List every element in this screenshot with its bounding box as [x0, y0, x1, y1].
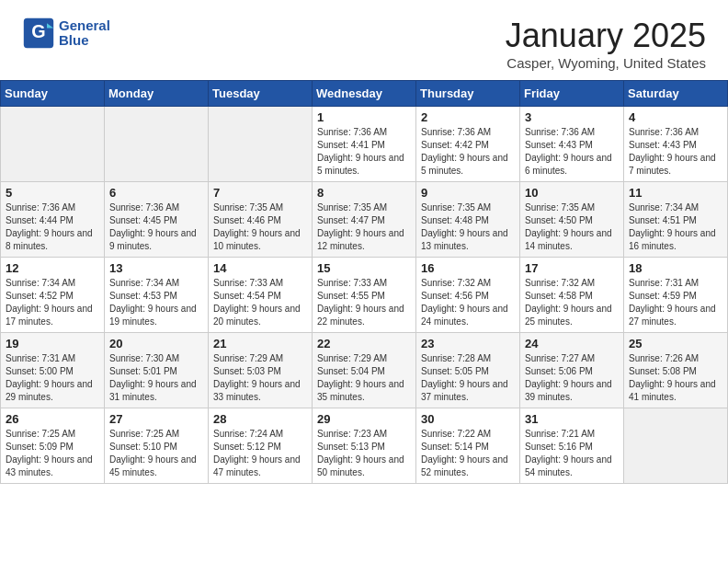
sunset-text: Sunset: 5:16 PM — [525, 441, 619, 454]
day-number: 18 — [629, 261, 722, 275]
daylight-text: Daylight: 9 hours and 6 minutes. — [525, 152, 619, 178]
day-number: 21 — [213, 337, 307, 350]
page-header: G General Blue January 2025 Casper, Wyom… — [0, 0, 728, 80]
calendar-cell: 3Sunrise: 7:36 AMSunset: 4:43 PMDaylight… — [520, 107, 624, 182]
day-info: Sunrise: 7:27 AMSunset: 5:06 PMDaylight:… — [525, 352, 619, 404]
day-info: Sunrise: 7:21 AMSunset: 5:16 PMDaylight:… — [525, 428, 619, 479]
sunset-text: Sunset: 4:54 PM — [213, 290, 307, 303]
sunset-text: Sunset: 5:10 PM — [109, 441, 203, 454]
daylight-text: Daylight: 9 hours and 29 minutes. — [6, 378, 99, 404]
calendar-cell — [209, 107, 313, 182]
sunrise-text: Sunrise: 7:31 AM — [629, 277, 722, 290]
sunrise-text: Sunrise: 7:34 AM — [629, 201, 722, 214]
day-number: 22 — [317, 337, 411, 350]
day-info: Sunrise: 7:36 AMSunset: 4:45 PMDaylight:… — [109, 201, 203, 253]
calendar-cell: 15Sunrise: 7:33 AMSunset: 4:55 PMDayligh… — [313, 258, 416, 333]
svg-text:G: G — [31, 21, 45, 41]
sunrise-text: Sunrise: 7:36 AM — [525, 126, 619, 139]
calendar-cell: 9Sunrise: 7:35 AMSunset: 4:48 PMDaylight… — [416, 182, 520, 258]
day-info: Sunrise: 7:33 AMSunset: 4:54 PMDaylight:… — [213, 277, 307, 328]
day-number: 19 — [6, 337, 99, 350]
sunrise-text: Sunrise: 7:33 AM — [317, 277, 411, 290]
daylight-text: Daylight: 9 hours and 35 minutes. — [317, 378, 411, 404]
day-number: 12 — [6, 261, 99, 275]
sunrise-text: Sunrise: 7:23 AM — [317, 428, 411, 441]
sunrise-text: Sunrise: 7:36 AM — [109, 201, 203, 214]
daylight-text: Daylight: 9 hours and 16 minutes. — [629, 227, 722, 253]
sunrise-text: Sunrise: 7:25 AM — [6, 428, 99, 441]
daylight-text: Daylight: 9 hours and 13 minutes. — [421, 227, 515, 253]
calendar-cell: 17Sunrise: 7:32 AMSunset: 4:58 PMDayligh… — [520, 258, 624, 333]
daylight-text: Daylight: 9 hours and 12 minutes. — [317, 227, 411, 253]
day-info: Sunrise: 7:23 AMSunset: 5:13 PMDaylight:… — [317, 428, 411, 479]
sunrise-text: Sunrise: 7:35 AM — [317, 201, 411, 214]
calendar-cell: 23Sunrise: 7:28 AMSunset: 5:05 PMDayligh… — [416, 333, 520, 408]
daylight-text: Daylight: 9 hours and 39 minutes. — [525, 378, 619, 404]
sunset-text: Sunset: 4:48 PM — [421, 214, 515, 227]
day-info: Sunrise: 7:35 AMSunset: 4:50 PMDaylight:… — [525, 201, 619, 253]
day-number: 23 — [421, 337, 515, 350]
sunrise-text: Sunrise: 7:21 AM — [525, 428, 619, 441]
day-info: Sunrise: 7:31 AMSunset: 4:59 PMDaylight:… — [629, 277, 722, 328]
calendar-cell: 10Sunrise: 7:35 AMSunset: 4:50 PMDayligh… — [520, 182, 624, 258]
sunrise-text: Sunrise: 7:34 AM — [6, 277, 99, 290]
day-number: 30 — [421, 412, 515, 426]
calendar-cell: 16Sunrise: 7:32 AMSunset: 4:56 PMDayligh… — [416, 258, 520, 333]
sunset-text: Sunset: 5:12 PM — [213, 441, 307, 454]
daylight-text: Daylight: 9 hours and 37 minutes. — [421, 378, 515, 404]
day-number: 8 — [317, 186, 411, 200]
day-number: 25 — [629, 337, 722, 350]
sunset-text: Sunset: 5:13 PM — [317, 441, 411, 454]
location: Casper, Wyoming, United States — [506, 55, 706, 71]
daylight-text: Daylight: 9 hours and 7 minutes. — [629, 152, 722, 178]
sunset-text: Sunset: 4:55 PM — [317, 290, 411, 303]
calendar-cell: 29Sunrise: 7:23 AMSunset: 5:13 PMDayligh… — [313, 408, 416, 484]
calendar-cell: 24Sunrise: 7:27 AMSunset: 5:06 PMDayligh… — [520, 333, 624, 408]
day-info: Sunrise: 7:30 AMSunset: 5:01 PMDaylight:… — [109, 352, 203, 404]
sunrise-text: Sunrise: 7:35 AM — [213, 201, 307, 214]
sunset-text: Sunset: 5:03 PM — [213, 365, 307, 378]
weekday-header: Tuesday — [209, 81, 313, 107]
sunrise-text: Sunrise: 7:25 AM — [109, 428, 203, 441]
sunset-text: Sunset: 4:46 PM — [213, 214, 307, 227]
day-info: Sunrise: 7:29 AMSunset: 5:03 PMDaylight:… — [213, 352, 307, 404]
day-number: 3 — [525, 110, 619, 124]
day-info: Sunrise: 7:24 AMSunset: 5:12 PMDaylight:… — [213, 428, 307, 479]
daylight-text: Daylight: 9 hours and 31 minutes. — [109, 378, 203, 404]
daylight-text: Daylight: 9 hours and 20 minutes. — [213, 303, 307, 328]
logo: G General Blue — [22, 17, 110, 50]
calendar-week-row: 26Sunrise: 7:25 AMSunset: 5:09 PMDayligh… — [1, 408, 728, 484]
day-number: 1 — [317, 110, 411, 124]
calendar-cell: 26Sunrise: 7:25 AMSunset: 5:09 PMDayligh… — [1, 408, 105, 484]
weekday-header: Wednesday — [313, 81, 416, 107]
sunset-text: Sunset: 5:06 PM — [525, 365, 619, 378]
sunrise-text: Sunrise: 7:35 AM — [421, 201, 515, 214]
calendar-cell: 19Sunrise: 7:31 AMSunset: 5:00 PMDayligh… — [1, 333, 105, 408]
calendar-week-row: 1Sunrise: 7:36 AMSunset: 4:41 PMDaylight… — [1, 107, 728, 182]
day-info: Sunrise: 7:35 AMSunset: 4:48 PMDaylight:… — [421, 201, 515, 253]
calendar-cell: 13Sunrise: 7:34 AMSunset: 4:53 PMDayligh… — [105, 258, 209, 333]
day-number: 14 — [213, 261, 307, 275]
weekday-header: Thursday — [416, 81, 520, 107]
day-number: 10 — [525, 186, 619, 200]
sunrise-text: Sunrise: 7:36 AM — [421, 126, 515, 139]
day-info: Sunrise: 7:34 AMSunset: 4:51 PMDaylight:… — [629, 201, 722, 253]
sunrise-text: Sunrise: 7:24 AM — [213, 428, 307, 441]
weekday-header: Monday — [105, 81, 209, 107]
day-info: Sunrise: 7:36 AMSunset: 4:44 PMDaylight:… — [6, 201, 99, 253]
calendar-cell: 11Sunrise: 7:34 AMSunset: 4:51 PMDayligh… — [624, 182, 728, 258]
daylight-text: Daylight: 9 hours and 45 minutes. — [109, 454, 203, 479]
sunrise-text: Sunrise: 7:26 AM — [629, 352, 722, 365]
daylight-text: Daylight: 9 hours and 9 minutes. — [109, 227, 203, 253]
calendar-cell: 14Sunrise: 7:33 AMSunset: 4:54 PMDayligh… — [209, 258, 313, 333]
calendar-cell: 22Sunrise: 7:29 AMSunset: 5:04 PMDayligh… — [313, 333, 416, 408]
sunset-text: Sunset: 4:43 PM — [629, 139, 722, 152]
day-number: 24 — [525, 337, 619, 350]
sunrise-text: Sunrise: 7:22 AM — [421, 428, 515, 441]
calendar-cell: 20Sunrise: 7:30 AMSunset: 5:01 PMDayligh… — [105, 333, 209, 408]
sunset-text: Sunset: 5:01 PM — [109, 365, 203, 378]
calendar-table: SundayMondayTuesdayWednesdayThursdayFrid… — [0, 80, 728, 484]
daylight-text: Daylight: 9 hours and 17 minutes. — [6, 303, 99, 328]
daylight-text: Daylight: 9 hours and 47 minutes. — [213, 454, 307, 479]
calendar-cell: 2Sunrise: 7:36 AMSunset: 4:42 PMDaylight… — [416, 107, 520, 182]
